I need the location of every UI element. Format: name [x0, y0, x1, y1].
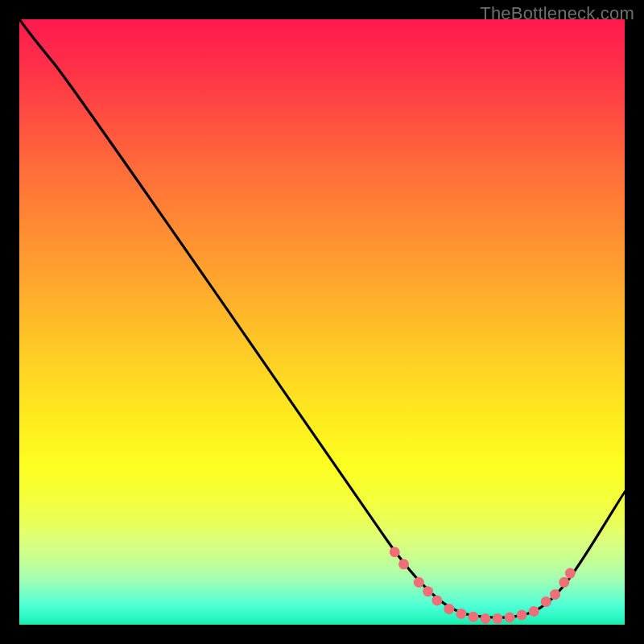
data-point [469, 612, 479, 622]
data-point [456, 609, 466, 619]
data-point [550, 589, 560, 600]
plot-area [19, 19, 625, 625]
data-point [517, 609, 527, 620]
data-point [559, 577, 569, 588]
data-point [414, 577, 424, 588]
data-point [529, 606, 539, 617]
data-point [431, 595, 442, 605]
watermark-text: TheBottleneck.com [480, 3, 634, 24]
data-point [390, 547, 400, 557]
chart-svg [19, 19, 625, 625]
data-point [541, 597, 551, 607]
data-points [390, 547, 576, 624]
data-point [481, 613, 491, 624]
data-point [398, 559, 409, 569]
data-point [444, 604, 454, 614]
curve-line [19, 19, 625, 617]
data-point [423, 586, 433, 597]
data-point [505, 612, 515, 622]
chart-frame: TheBottleneck.com [0, 0, 644, 644]
data-point [493, 613, 503, 624]
data-point [565, 568, 576, 579]
